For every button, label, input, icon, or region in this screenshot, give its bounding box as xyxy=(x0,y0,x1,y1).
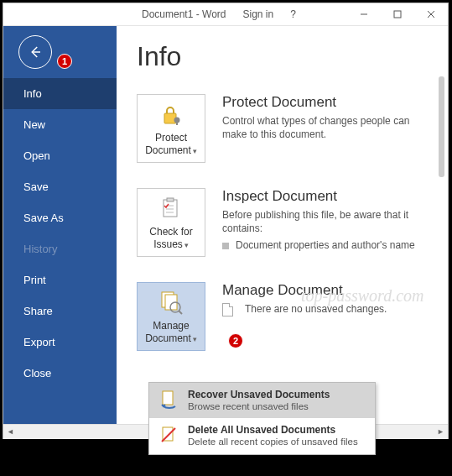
sign-in-link[interactable]: Sign in xyxy=(242,8,273,20)
delete-title: Delete All Unsaved Documents xyxy=(188,424,358,436)
tile-label: Protect xyxy=(155,132,187,144)
vertical-scrollbar-thumb[interactable] xyxy=(439,76,444,177)
tile-label: Document xyxy=(145,144,191,156)
nav-label: New xyxy=(23,118,45,131)
nav-label: History xyxy=(23,243,57,255)
nav-label: Export xyxy=(23,336,55,348)
manage-section: ManageDocument▾ Manage Document There ar… xyxy=(137,282,428,351)
svg-rect-8 xyxy=(164,200,177,217)
scroll-left-button[interactable]: ◄ xyxy=(3,425,18,439)
word-backstage-window: Document1 - Word Sign in ? Info New Open… xyxy=(3,3,449,439)
titlebar: Document1 - Word Sign in ? xyxy=(3,3,448,26)
manage-desc: There are no unsaved changes. xyxy=(245,303,387,315)
tile-label: Check for xyxy=(149,226,192,238)
scroll-right-button[interactable]: ► xyxy=(434,425,448,439)
delete-unsaved-item[interactable]: Delete All Unsaved Documents Delete all … xyxy=(149,418,375,453)
nav-label: Print xyxy=(23,274,46,286)
document-stack-icon xyxy=(158,290,184,316)
manage-document-tile[interactable]: ManageDocument▾ xyxy=(137,282,205,351)
manage-status-row: There are no unsaved changes. xyxy=(222,303,428,316)
delete-sub: Delete all recent copies of unsaved file… xyxy=(188,436,358,447)
svg-line-13 xyxy=(179,311,182,314)
nav-label: Share xyxy=(23,305,53,317)
bullet-icon xyxy=(222,243,229,249)
svg-rect-1 xyxy=(394,11,401,18)
bullet-text: Document properties and author's name xyxy=(236,239,415,251)
nav-open[interactable]: Open xyxy=(3,140,117,171)
maximize-button[interactable] xyxy=(381,3,414,25)
page-title: Info xyxy=(137,41,428,72)
nav-save[interactable]: Save xyxy=(3,171,117,202)
recover-icon xyxy=(158,389,179,411)
nav-print[interactable]: Print xyxy=(3,264,117,296)
protect-document-tile[interactable]: ProtectDocument▾ xyxy=(137,94,205,163)
lock-icon xyxy=(158,102,184,128)
nav-label: Info xyxy=(23,87,42,100)
annotation-badge-2: 2 xyxy=(228,333,243,348)
protect-desc: Control what types of changes people can… xyxy=(222,114,428,141)
tile-label: Document xyxy=(145,332,191,344)
recover-title: Recover Unsaved Documents xyxy=(188,389,330,400)
inspect-heading: Inspect Document xyxy=(222,188,428,205)
delete-icon xyxy=(158,424,179,446)
inspect-bullet: Document properties and author's name xyxy=(222,239,428,251)
nav-label: Close xyxy=(23,367,51,379)
recover-sub: Browse recent unsaved files xyxy=(188,400,330,412)
svg-rect-14 xyxy=(163,391,173,405)
backstage-sidebar: Info New Open Save Save As History Print… xyxy=(3,26,117,424)
inspect-section: Check forIssues▾ Inspect Document Before… xyxy=(137,188,428,257)
nav-share[interactable]: Share xyxy=(3,296,117,327)
tile-label: Issues xyxy=(153,238,183,250)
help-button[interactable]: ? xyxy=(290,8,296,20)
minimize-button[interactable] xyxy=(347,3,381,25)
chevron-down-icon: ▾ xyxy=(193,147,197,155)
nav-label: Open xyxy=(23,149,50,162)
nav-label: Save xyxy=(23,180,49,193)
nav-label: Save As xyxy=(23,212,64,224)
nav-save-as[interactable]: Save As xyxy=(3,202,117,233)
recover-unsaved-item[interactable]: Recover Unsaved Documents Browse recent … xyxy=(149,383,375,418)
nav-close[interactable]: Close xyxy=(3,358,117,389)
nav-new[interactable]: New xyxy=(3,109,117,140)
svg-rect-5 xyxy=(164,113,176,123)
check-for-issues-tile[interactable]: Check forIssues▾ xyxy=(137,188,205,257)
svg-rect-7 xyxy=(176,122,178,125)
nav-info[interactable]: Info xyxy=(3,78,117,109)
svg-rect-9 xyxy=(167,198,174,201)
back-button[interactable] xyxy=(18,35,52,69)
document-title: Document1 - Word xyxy=(142,8,226,20)
protect-heading: Protect Document xyxy=(222,94,428,111)
manage-heading: Manage Document xyxy=(222,282,428,299)
manage-document-menu: Recover Unsaved Documents Browse recent … xyxy=(148,382,376,455)
chevron-down-icon: ▾ xyxy=(193,335,197,343)
nav-export[interactable]: Export xyxy=(3,327,117,358)
close-button[interactable] xyxy=(414,3,448,25)
checklist-icon xyxy=(158,196,184,222)
info-panel: Info ProtectDocument▾ Protect Document C… xyxy=(117,26,448,424)
tile-label: Manage xyxy=(153,320,189,332)
annotation-badge-1: 1 xyxy=(57,54,72,69)
protect-section: ProtectDocument▾ Protect Document Contro… xyxy=(137,94,428,163)
chevron-down-icon: ▾ xyxy=(184,241,189,249)
document-icon xyxy=(222,303,233,316)
nav-history: History xyxy=(3,233,117,264)
inspect-desc: Before publishing this file, be aware th… xyxy=(222,208,428,235)
